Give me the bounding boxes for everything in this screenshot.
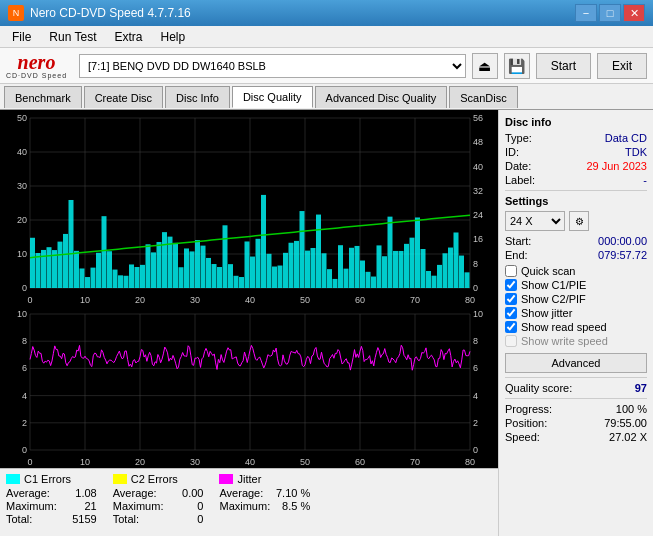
end-label: End:: [505, 249, 528, 261]
advanced-button[interactable]: Advanced: [505, 353, 647, 373]
menu-file[interactable]: File: [4, 28, 39, 46]
jitter-max-label: Maximum:: [219, 500, 270, 512]
speed-value: 27.02 X: [609, 431, 647, 443]
quick-scan-row: Quick scan: [505, 265, 647, 277]
menu-bar: File Run Test Extra Help: [0, 26, 653, 48]
speed-icon-button[interactable]: ⚙: [569, 211, 589, 231]
c2-color-box: [113, 474, 127, 484]
quick-scan-checkbox[interactable]: [505, 265, 517, 277]
c1-max-label: Maximum:: [6, 500, 57, 512]
quick-scan-label: Quick scan: [521, 265, 575, 277]
jitter-color-box: [219, 474, 233, 484]
maximize-button[interactable]: □: [599, 4, 621, 22]
show-write-speed-checkbox[interactable]: [505, 335, 517, 347]
show-c1-checkbox[interactable]: [505, 279, 517, 291]
show-c1-row: Show C1/PIE: [505, 279, 647, 291]
c2-total-label: Total:: [113, 513, 139, 525]
start-label: Start:: [505, 235, 531, 247]
c2-legend: C2 Errors Average: 0.00 Maximum: 0 Total…: [113, 473, 204, 526]
c2-avg-value: 0.00: [163, 487, 203, 499]
id-label: ID:: [505, 146, 519, 158]
show-c1-label: Show C1/PIE: [521, 279, 586, 291]
c1-legend: C1 Errors Average: 1.08 Maximum: 21 Tota…: [6, 473, 97, 526]
exit-button[interactable]: Exit: [597, 53, 647, 79]
c1-total-label: Total:: [6, 513, 32, 525]
menu-run-test[interactable]: Run Test: [41, 28, 104, 46]
logo: nero CD·DVD Speed: [6, 52, 67, 79]
start-value: 000:00.00: [598, 235, 647, 247]
jitter-label: Jitter: [237, 473, 261, 485]
main-content: C1 Errors Average: 1.08 Maximum: 21 Tota…: [0, 110, 653, 536]
tab-create-disc[interactable]: Create Disc: [84, 86, 163, 108]
position-label: Position:: [505, 417, 547, 429]
c1-total-value: 5159: [57, 513, 97, 525]
c2-max-value: 0: [163, 500, 203, 512]
start-button[interactable]: Start: [536, 53, 591, 79]
tab-benchmark[interactable]: Benchmark: [4, 86, 82, 108]
right-panel: Disc info Type: Data CD ID: TDK Date: 29…: [498, 110, 653, 536]
settings-title: Settings: [505, 195, 647, 207]
progress-label: Progress:: [505, 403, 552, 415]
position-value: 79:55.00: [604, 417, 647, 429]
show-read-speed-checkbox[interactable]: [505, 321, 517, 333]
tab-disc-quality[interactable]: Disc Quality: [232, 86, 313, 108]
nero-logo: nero: [18, 52, 56, 72]
save-button[interactable]: 💾: [504, 53, 530, 79]
jitter-avg-value: 7.10 %: [270, 487, 310, 499]
type-value: Data CD: [605, 132, 647, 144]
tab-advanced-disc-quality[interactable]: Advanced Disc Quality: [315, 86, 448, 108]
show-jitter-label: Show jitter: [521, 307, 572, 319]
c1-color-box: [6, 474, 20, 484]
menu-extra[interactable]: Extra: [106, 28, 150, 46]
menu-help[interactable]: Help: [153, 28, 194, 46]
tab-bar: Benchmark Create Disc Disc Info Disc Qua…: [0, 84, 653, 110]
c1-label: C1 Errors: [24, 473, 71, 485]
quality-score-value: 97: [635, 382, 647, 394]
tab-disc-info[interactable]: Disc Info: [165, 86, 230, 108]
disc-label-label: Label:: [505, 174, 535, 186]
show-write-speed-row: Show write speed: [505, 335, 647, 347]
show-jitter-row: Show jitter: [505, 307, 647, 319]
close-button[interactable]: ✕: [623, 4, 645, 22]
window-controls: − □ ✕: [575, 4, 645, 22]
type-label: Type:: [505, 132, 532, 144]
id-value: TDK: [625, 146, 647, 158]
charts-container: [0, 110, 498, 468]
cd-dvd-speed-label: CD·DVD Speed: [6, 72, 67, 79]
window-title: Nero CD-DVD Speed 4.7.7.16: [30, 6, 191, 20]
disc-label-value: -: [643, 174, 647, 186]
date-label: Date:: [505, 160, 531, 172]
c2-avg-label: Average:: [113, 487, 157, 499]
jitter-max-value: 8.5 %: [270, 500, 310, 512]
show-read-speed-row: Show read speed: [505, 321, 647, 333]
lower-chart-canvas: [0, 306, 498, 468]
eject-button[interactable]: ⏏: [472, 53, 498, 79]
show-read-speed-label: Show read speed: [521, 321, 607, 333]
disc-info-title: Disc info: [505, 116, 647, 128]
speed-row: 24 X ⚙: [505, 211, 647, 231]
show-jitter-checkbox[interactable]: [505, 307, 517, 319]
c1-max-value: 21: [57, 500, 97, 512]
upper-chart-canvas: [0, 110, 498, 306]
c2-total-value: 0: [163, 513, 203, 525]
minimize-button[interactable]: −: [575, 4, 597, 22]
speed-select[interactable]: 24 X: [505, 211, 565, 231]
progress-section: Progress: 100 % Position: 79:55.00 Speed…: [505, 403, 647, 443]
legend-area: C1 Errors Average: 1.08 Maximum: 21 Tota…: [0, 468, 498, 536]
c1-avg-value: 1.08: [57, 487, 97, 499]
show-write-speed-label: Show write speed: [521, 335, 608, 347]
drive-select[interactable]: [7:1] BENQ DVD DD DW1640 BSLB: [79, 54, 466, 78]
quality-score-label: Quality score:: [505, 382, 572, 394]
progress-value: 100 %: [616, 403, 647, 415]
tab-scan-disc[interactable]: ScanDisc: [449, 86, 517, 108]
c1-avg-label: Average:: [6, 487, 50, 499]
c2-label: C2 Errors: [131, 473, 178, 485]
jitter-avg-label: Average:: [219, 487, 263, 499]
show-c2-checkbox[interactable]: [505, 293, 517, 305]
jitter-legend: Jitter Average: 7.10 % Maximum: 8.5 %: [219, 473, 310, 513]
c2-max-label: Maximum:: [113, 500, 164, 512]
title-bar: N Nero CD-DVD Speed 4.7.7.16 − □ ✕: [0, 0, 653, 26]
end-value: 079:57.72: [598, 249, 647, 261]
show-c2-label: Show C2/PIF: [521, 293, 586, 305]
date-value: 29 Jun 2023: [586, 160, 647, 172]
